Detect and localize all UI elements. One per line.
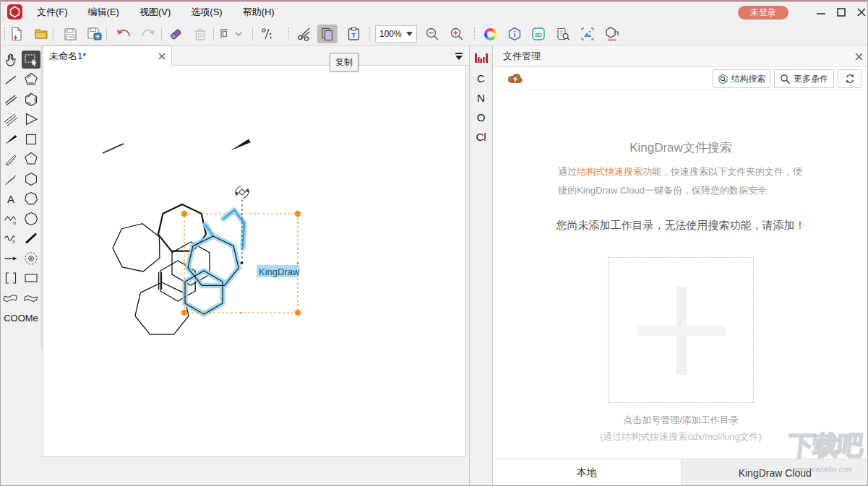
kingdraw-window: 文件(F) 编辑(E) 视图(V) 选项(S) 帮助(H) 未登录 100% bbox=[0, 0, 868, 486]
polygon-warp-tool-2[interactable] bbox=[22, 289, 40, 307]
menu-help[interactable]: 帮助(H) bbox=[233, 1, 285, 23]
periodic-table-icon[interactable] bbox=[475, 53, 488, 66]
toolbar-drag-handle[interactable] bbox=[4, 27, 5, 40]
bracket-tool[interactable] bbox=[1, 269, 20, 287]
open-file-button[interactable] bbox=[31, 25, 51, 43]
select-tool[interactable] bbox=[22, 51, 40, 69]
tab-local[interactable]: 本地 bbox=[493, 459, 681, 486]
element-nitrogen[interactable]: N bbox=[477, 92, 485, 105]
selected-molecule[interactable] bbox=[185, 210, 244, 314]
element-oxygen[interactable]: O bbox=[477, 111, 486, 124]
text-tool[interactable]: A bbox=[1, 190, 20, 208]
rectangle-tool[interactable] bbox=[22, 269, 40, 287]
zoom-in-button[interactable] bbox=[447, 25, 467, 43]
structure-search-icon bbox=[718, 74, 729, 84]
align-button[interactable] bbox=[218, 25, 245, 43]
document-tab-strip: 未命名1* bbox=[43, 45, 469, 66]
search-icon bbox=[780, 74, 791, 84]
curve-tool[interactable]: n bbox=[1, 230, 20, 248]
bond-hash-tool[interactable] bbox=[1, 170, 20, 188]
app-logo-icon bbox=[7, 4, 22, 22]
maximize-button[interactable] bbox=[833, 4, 849, 20]
pan-tool[interactable] bbox=[1, 51, 20, 69]
view-3d-button[interactable]: 3D bbox=[528, 25, 549, 43]
copy-button[interactable] bbox=[317, 25, 338, 43]
save-button[interactable] bbox=[60, 25, 80, 43]
bond-bold-tool[interactable] bbox=[22, 230, 40, 248]
menu-edit[interactable]: 编辑(E) bbox=[78, 1, 129, 23]
document-tab-active[interactable]: 未命名1* bbox=[43, 45, 172, 66]
more-conditions-button[interactable]: 更多条件 bbox=[774, 69, 834, 88]
drawing-canvas[interactable]: KingDraw bbox=[43, 66, 466, 457]
polygon-warp-tool[interactable] bbox=[1, 289, 20, 307]
panel-close-icon[interactable] bbox=[855, 51, 863, 64]
zoom-level-select[interactable]: 100% bbox=[375, 25, 417, 43]
element-chlorine[interactable]: Cl bbox=[476, 131, 486, 144]
delete-button[interactable] bbox=[190, 25, 210, 43]
login-button[interactable]: 未登录 bbox=[738, 6, 788, 19]
tab-close-icon[interactable] bbox=[158, 53, 166, 60]
ring-cyclopropane-tool[interactable] bbox=[22, 110, 40, 129]
ring-cyclobutane-tool[interactable] bbox=[22, 130, 40, 148]
cut-button[interactable] bbox=[294, 25, 314, 43]
element-quick-bar: C N O Cl bbox=[469, 45, 492, 486]
tab-kingdraw-cloud[interactable]: KingDraw Cloud bbox=[681, 459, 868, 486]
element-info-button[interactable] bbox=[504, 25, 525, 43]
new-document-button[interactable] bbox=[7, 25, 27, 43]
add-directory-dropzone[interactable] bbox=[608, 257, 754, 403]
menu-view[interactable]: 视图(V) bbox=[129, 1, 181, 23]
molecule-structure[interactable] bbox=[113, 204, 210, 334]
bond-dashed-wedge-tool[interactable] bbox=[1, 150, 20, 168]
color-wheel-icon bbox=[484, 28, 497, 40]
arrow-tool[interactable] bbox=[1, 249, 20, 267]
tab-list-dropdown-icon[interactable] bbox=[455, 50, 463, 63]
image-recognition-button[interactable] bbox=[577, 25, 598, 43]
ring-cyclopentadiene-tool[interactable] bbox=[22, 71, 40, 89]
refresh-button[interactable] bbox=[838, 69, 861, 88]
selection-handle-nw bbox=[181, 211, 187, 217]
literature-search-button[interactable] bbox=[553, 25, 573, 43]
bond-triple-tool[interactable] bbox=[1, 110, 20, 129]
ring-cycloheptane-tool[interactable] bbox=[22, 190, 40, 208]
ring-aromatic-tool[interactable] bbox=[22, 249, 40, 267]
color-picker-button[interactable] bbox=[480, 25, 500, 43]
structure-search-button[interactable]: 结构搜索 bbox=[713, 69, 770, 88]
wedge-bond bbox=[231, 139, 251, 151]
selection-handle-ne bbox=[295, 211, 301, 217]
bond-segment[interactable] bbox=[103, 139, 251, 154]
panel-bottom-tabs: 本地 KingDraw Cloud bbox=[493, 459, 868, 486]
selection-handle-se bbox=[295, 310, 301, 316]
name-structure-convert-button[interactable]: Name bbox=[602, 25, 622, 43]
minimize-button[interactable] bbox=[813, 4, 829, 20]
close-button[interactable] bbox=[854, 4, 868, 20]
desc-highlight: 结构式快速搜索 bbox=[577, 166, 643, 177]
canvas-text-object[interactable]: KingDraw bbox=[257, 265, 300, 277]
document-tab-title: 未命名1* bbox=[49, 50, 158, 63]
copy-tooltip: 复制 bbox=[330, 53, 358, 71]
zoom-out-button[interactable] bbox=[422, 25, 442, 43]
title-bar: 文件(F) 编辑(E) 视图(V) 选项(S) 帮助(H) 未登录 bbox=[1, 1, 867, 22]
save-as-button[interactable] bbox=[85, 25, 105, 43]
coome-template-tool[interactable]: COOMe bbox=[4, 313, 38, 324]
chain-tool[interactable]: n bbox=[1, 209, 20, 227]
paste-button[interactable] bbox=[343, 25, 364, 43]
drawing-tools-palette: A n n COOMe bbox=[1, 45, 42, 349]
clean-structure-button[interactable] bbox=[257, 25, 277, 43]
eraser-button[interactable] bbox=[166, 25, 186, 43]
three-d-icon-label: 3D bbox=[535, 32, 542, 38]
cloud-upload-icon[interactable] bbox=[507, 72, 523, 87]
panel-warning: 您尚未添加工作目录，无法使用搜索功能，请添加！ bbox=[493, 219, 868, 233]
add-directory-hint: 点击加号管理/添加工作目录 bbox=[493, 414, 868, 427]
bond-wedge-tool[interactable] bbox=[1, 130, 20, 148]
undo-button[interactable] bbox=[113, 25, 134, 43]
element-carbon[interactable]: C bbox=[477, 72, 485, 85]
ring-cyclooctane-tool[interactable] bbox=[22, 209, 40, 227]
menu-options[interactable]: 选项(S) bbox=[181, 1, 232, 23]
menu-file[interactable]: 文件(F) bbox=[27, 1, 78, 23]
ring-benzene-tool[interactable] bbox=[22, 90, 40, 108]
ring-cyclohexane-tool[interactable] bbox=[22, 170, 40, 188]
bond-double-tool[interactable] bbox=[1, 90, 20, 108]
redo-button[interactable] bbox=[138, 25, 158, 43]
ring-cyclopentane-tool[interactable] bbox=[22, 150, 40, 168]
bond-single-tool[interactable] bbox=[1, 71, 20, 89]
